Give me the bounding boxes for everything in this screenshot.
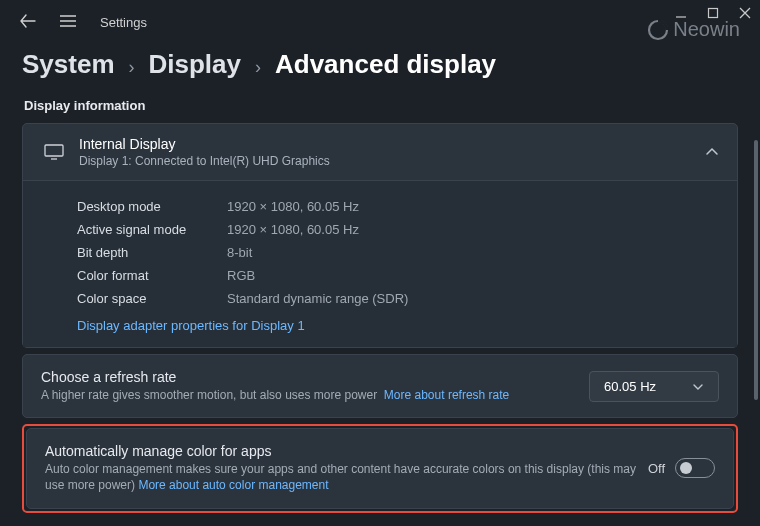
- chevron-up-icon: [705, 143, 719, 161]
- prop-row: Color formatRGB: [77, 264, 719, 287]
- breadcrumb: System › Display › Advanced display: [0, 41, 760, 94]
- chevron-right-icon: ›: [129, 57, 135, 78]
- adapter-properties-link[interactable]: Display adapter properties for Display 1: [77, 318, 719, 333]
- auto-color-card: Automatically manage color for apps Auto…: [26, 428, 734, 508]
- refresh-rate-dropdown[interactable]: 60.05 Hz: [589, 371, 719, 402]
- monitor-icon: [41, 144, 67, 160]
- svg-rect-2: [45, 145, 63, 156]
- back-button[interactable]: [12, 10, 44, 35]
- breadcrumb-system[interactable]: System: [22, 49, 115, 80]
- section-header: Display information: [0, 94, 760, 123]
- auto-color-desc: Auto color management makes sure your ap…: [45, 461, 648, 493]
- prop-row: Desktop mode1920 × 1080, 60.05 Hz: [77, 195, 719, 218]
- auto-color-state: Off: [648, 461, 665, 476]
- display-card-subtitle: Display 1: Connected to Intel(R) UHD Gra…: [79, 154, 705, 168]
- scrollbar[interactable]: [754, 140, 758, 400]
- maximize-button[interactable]: [706, 6, 720, 20]
- refresh-rate-value: 60.05 Hz: [604, 379, 656, 394]
- display-card-body: Desktop mode1920 × 1080, 60.05 Hz Active…: [23, 180, 737, 347]
- auto-color-link[interactable]: More about auto color management: [138, 478, 328, 492]
- chevron-down-icon: [692, 379, 704, 394]
- refresh-rate-link[interactable]: More about refresh rate: [384, 388, 509, 402]
- svg-rect-0: [709, 9, 718, 18]
- refresh-rate-card: Choose a refresh rate A higher rate give…: [22, 354, 738, 418]
- breadcrumb-current: Advanced display: [275, 49, 496, 80]
- hamburger-icon[interactable]: [50, 11, 86, 34]
- prop-row: Bit depth8-bit: [77, 241, 719, 264]
- auto-color-title: Automatically manage color for apps: [45, 443, 648, 459]
- highlight-frame: Automatically manage color for apps Auto…: [22, 424, 738, 512]
- display-info-card: Internal Display Display 1: Connected to…: [22, 123, 738, 348]
- breadcrumb-display[interactable]: Display: [149, 49, 242, 80]
- display-card-title: Internal Display: [79, 136, 705, 152]
- prop-row: Active signal mode1920 × 1080, 60.05 Hz: [77, 218, 719, 241]
- display-card-header[interactable]: Internal Display Display 1: Connected to…: [23, 124, 737, 180]
- prop-row: Color spaceStandard dynamic range (SDR): [77, 287, 719, 310]
- minimize-button[interactable]: [674, 6, 688, 20]
- refresh-rate-title: Choose a refresh rate: [41, 369, 589, 385]
- chevron-right-icon: ›: [255, 57, 261, 78]
- auto-color-toggle[interactable]: [675, 458, 715, 478]
- refresh-rate-desc: A higher rate gives smoother motion, but…: [41, 387, 589, 403]
- window-title: Settings: [100, 15, 147, 30]
- close-button[interactable]: [738, 6, 752, 20]
